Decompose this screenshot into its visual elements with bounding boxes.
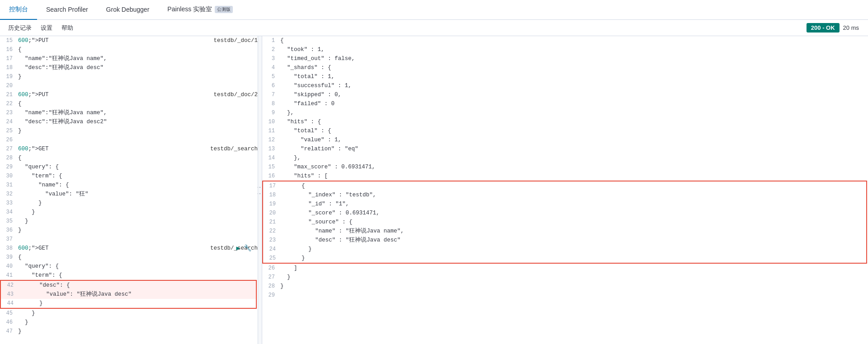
line-number: 24 bbox=[263, 245, 279, 254]
line-number: 18 bbox=[0, 63, 16, 72]
sub-nav: 历史记录 设置 帮助 200 - OK 20 ms bbox=[0, 20, 868, 36]
nav-item-console[interactable]: 控制台 bbox=[0, 0, 37, 20]
line-number: 18 bbox=[263, 191, 279, 200]
line-content: } bbox=[16, 199, 258, 208]
line-number: 20 bbox=[0, 81, 16, 90]
subnav-settings[interactable]: 设置 bbox=[36, 20, 57, 36]
line-content: "_id" : "1", bbox=[279, 200, 866, 209]
line-number: 16 bbox=[262, 172, 278, 181]
left-line-44: 44 } bbox=[1, 299, 256, 308]
line-content: "_shards" : { bbox=[278, 63, 868, 72]
line-content: "_score" : 0.6931471, bbox=[279, 209, 866, 218]
left-line-33: 33 } bbox=[0, 199, 258, 208]
line-content: "desc" : "狂神说Java desc" bbox=[279, 236, 866, 245]
line-content: }, bbox=[278, 108, 868, 117]
line-content: "hits" : { bbox=[278, 117, 868, 126]
line-content: "term": { bbox=[16, 172, 258, 181]
nav-item-grok-debugger[interactable]: Grok Debugger bbox=[97, 0, 159, 20]
line-number: 3 bbox=[262, 54, 278, 63]
line-content: 600;">GET bbox=[16, 244, 210, 253]
line-content: "total" : 1, bbox=[278, 72, 868, 81]
line-content: "name":"狂神说Java name", bbox=[16, 54, 258, 63]
left-line-29: 29 "query": { bbox=[0, 163, 258, 172]
line-content: "total" : { bbox=[278, 126, 868, 135]
left-line-31: 31 "name": { bbox=[0, 181, 258, 190]
status-area: 200 - OK 20 ms bbox=[807, 23, 864, 33]
line-content: } bbox=[16, 72, 258, 81]
line-number: 11 bbox=[262, 126, 278, 135]
left-line-25: 25 } bbox=[0, 126, 258, 135]
right-line-25: 25 } bbox=[263, 254, 866, 263]
line-content: } bbox=[279, 254, 866, 263]
line-number: 5 bbox=[262, 72, 278, 81]
right-code-response[interactable]: 1 { 2 "took" : 1, 3 "timed_out" : false,… bbox=[262, 36, 868, 344]
line-content: } bbox=[16, 226, 258, 235]
wrench-icon[interactable]: 🔧 bbox=[244, 244, 251, 253]
left-code-editor[interactable]: 15 600;">PUT testdb/_doc/1 16 { 17 "name… bbox=[0, 36, 258, 344]
line-number: 28 bbox=[262, 282, 278, 291]
line-number: 45 bbox=[0, 309, 16, 318]
line-number: 46 bbox=[0, 318, 16, 327]
line-content: "name":"狂神说Java name", bbox=[16, 108, 258, 117]
panel-splitter[interactable]: ⋮⋮ bbox=[258, 36, 262, 344]
app-container: 控制台 Search Profiler Grok Debugger Painle… bbox=[0, 0, 868, 344]
line-number: 19 bbox=[0, 72, 16, 81]
line-number: 6 bbox=[262, 81, 278, 90]
subnav-help[interactable]: 帮助 bbox=[57, 20, 78, 36]
left-line-46: 46 } bbox=[0, 318, 258, 327]
status-badge: 200 - OK bbox=[807, 23, 840, 33]
line-content: "successful" : 1, bbox=[278, 81, 868, 90]
line-content: "_index" : "testdb", bbox=[279, 191, 866, 200]
right-line-19: 19 "_id" : "1", bbox=[263, 200, 866, 209]
line-content: "_source" : { bbox=[279, 218, 866, 227]
left-line-16: 16 { bbox=[0, 45, 258, 54]
line-number: 28 bbox=[0, 153, 16, 163]
line-number: 25 bbox=[0, 126, 16, 135]
line-content: } bbox=[278, 282, 868, 291]
painless-badge: 公测版 bbox=[215, 6, 233, 13]
line-content: "desc":"狂神说Java desc" bbox=[16, 63, 258, 72]
line-number: 29 bbox=[262, 291, 278, 300]
line-number: 34 bbox=[0, 208, 16, 217]
run-icon[interactable]: ▶ bbox=[236, 244, 240, 253]
line-content: "query": { bbox=[16, 262, 258, 271]
left-line-42: 42 "desc": { bbox=[1, 281, 256, 290]
line-content: } bbox=[16, 208, 258, 217]
time-badge: 20 ms bbox=[843, 24, 859, 31]
left-line-21: 21 600;">PUT testdb/_doc/2 bbox=[0, 90, 258, 99]
left-line-24: 24 "desc":"狂神说Java desc2" bbox=[0, 117, 258, 126]
line-number: 17 bbox=[263, 181, 279, 191]
right-panel: 1 { 2 "took" : 1, 3 "timed_out" : false,… bbox=[262, 36, 868, 344]
left-line-34: 34 } bbox=[0, 208, 258, 217]
line-content: "timed_out" : false, bbox=[278, 54, 868, 63]
line-number: 12 bbox=[262, 135, 278, 144]
nav-item-painless[interactable]: Painless 实验室 公测版 bbox=[158, 0, 242, 20]
line-number: 35 bbox=[0, 217, 16, 226]
top-nav: 控制台 Search Profiler Grok Debugger Painle… bbox=[0, 0, 868, 20]
line-number: 4 bbox=[262, 63, 278, 72]
line-number: 13 bbox=[262, 144, 278, 153]
line-number: 23 bbox=[0, 108, 16, 117]
right-line-22: 22 "name" : "狂神说Java name", bbox=[263, 227, 866, 236]
subnav-history[interactable]: 历史记录 bbox=[4, 20, 36, 36]
right-line-11: 11 "total" : { bbox=[262, 126, 868, 135]
right-line-5: 5 "total" : 1, bbox=[262, 72, 868, 81]
left-line-40: 40 "query": { bbox=[0, 262, 258, 271]
line-number: 22 bbox=[0, 99, 16, 108]
line-content: "hits" : [ bbox=[278, 172, 868, 181]
line-content: } bbox=[16, 309, 258, 318]
line-content: "relation" : "eq" bbox=[278, 144, 868, 153]
right-line-10: 10 "hits" : { bbox=[262, 117, 868, 126]
line-content: } bbox=[279, 245, 866, 254]
right-line-6: 6 "successful" : 1, bbox=[262, 81, 868, 90]
line-number: 8 bbox=[262, 99, 278, 108]
line-content: "max_score" : 0.6931471, bbox=[278, 163, 868, 172]
line-content: } bbox=[278, 273, 868, 282]
line-number: 37 bbox=[0, 235, 16, 244]
left-line-32: 32 "value": "狂" bbox=[0, 190, 258, 199]
nav-item-search-profiler[interactable]: Search Profiler bbox=[37, 0, 97, 20]
left-line-23: 23 "name":"狂神说Java name", bbox=[0, 108, 258, 117]
line-number: 26 bbox=[262, 264, 278, 273]
line-content: } bbox=[16, 318, 258, 327]
line-number: 15 bbox=[0, 36, 16, 45]
